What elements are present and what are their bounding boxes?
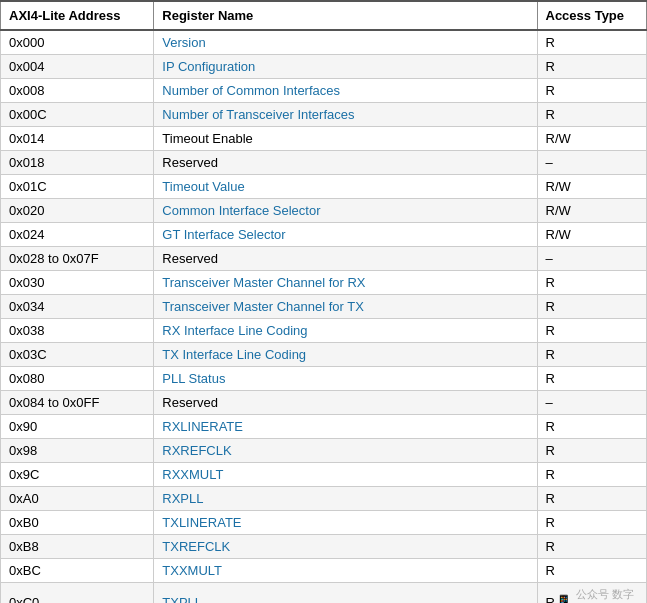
table-row: 0xB0TXLINERATER — [1, 511, 647, 535]
cell-address: 0x084 to 0x0FF — [1, 391, 154, 415]
cell-access: R — [537, 79, 647, 103]
cell-access: R📱公众号 数字站 — [537, 583, 647, 604]
table-row: 0x038RX Interface Line CodingR — [1, 319, 647, 343]
cell-register: Reserved — [154, 391, 537, 415]
cell-register[interactable]: TX Interface Line Coding — [154, 343, 537, 367]
table-row: 0x018Reserved– — [1, 151, 647, 175]
cell-access: – — [537, 391, 647, 415]
table-row: 0x024GT Interface SelectorR/W — [1, 223, 647, 247]
header-register: Register Name — [154, 1, 537, 30]
cell-register[interactable]: Transceiver Master Channel for TX — [154, 295, 537, 319]
cell-address: 0x01C — [1, 175, 154, 199]
cell-access: R/W — [537, 223, 647, 247]
cell-address: 0x020 — [1, 199, 154, 223]
cell-access: R — [537, 511, 647, 535]
cell-access: R — [537, 415, 647, 439]
cell-address: 0x038 — [1, 319, 154, 343]
table-row: 0x00CNumber of Transceiver InterfacesR — [1, 103, 647, 127]
cell-address: 0xA0 — [1, 487, 154, 511]
table-row: 0x9CRXXMULTR — [1, 463, 647, 487]
cell-register[interactable]: Common Interface Selector — [154, 199, 537, 223]
watermark: 📱公众号 数字站 — [555, 587, 638, 603]
cell-address: 0xB0 — [1, 511, 154, 535]
table-row: 0x98RXREFCLKR — [1, 439, 647, 463]
cell-access: R — [537, 487, 647, 511]
cell-access: – — [537, 151, 647, 175]
table-row: 0xBCTXXMULTR — [1, 559, 647, 583]
table-row: 0x000VersionR — [1, 30, 647, 55]
cell-address: 0x030 — [1, 271, 154, 295]
cell-register[interactable]: RXLINERATE — [154, 415, 537, 439]
cell-access: R/W — [537, 199, 647, 223]
cell-register: Reserved — [154, 151, 537, 175]
table-row: 0x014Timeout EnableR/W — [1, 127, 647, 151]
cell-access: R — [537, 295, 647, 319]
cell-address: 0xB8 — [1, 535, 154, 559]
cell-register[interactable]: Timeout Value — [154, 175, 537, 199]
cell-access: R/W — [537, 127, 647, 151]
cell-address: 0x018 — [1, 151, 154, 175]
table-row: 0x084 to 0x0FFReserved– — [1, 391, 647, 415]
cell-register[interactable]: Number of Common Interfaces — [154, 79, 537, 103]
cell-register[interactable]: RX Interface Line Coding — [154, 319, 537, 343]
cell-address: 0x90 — [1, 415, 154, 439]
cell-register[interactable]: TXLINERATE — [154, 511, 537, 535]
cell-address: 0x080 — [1, 367, 154, 391]
cell-register[interactable]: Transceiver Master Channel for RX — [154, 271, 537, 295]
table-row: 0xB8TXREFCLKR — [1, 535, 647, 559]
cell-access: R — [537, 103, 647, 127]
table-row: 0x030Transceiver Master Channel for RXR — [1, 271, 647, 295]
cell-address: 0x000 — [1, 30, 154, 55]
cell-address: 0x014 — [1, 127, 154, 151]
cell-address: 0x028 to 0x07F — [1, 247, 154, 271]
cell-register[interactable]: PLL Status — [154, 367, 537, 391]
table-row: 0xC0TXPLLR📱公众号 数字站 — [1, 583, 647, 604]
cell-register[interactable]: RXXMULT — [154, 463, 537, 487]
cell-access: R — [537, 439, 647, 463]
cell-register[interactable]: Number of Transceiver Interfaces — [154, 103, 537, 127]
cell-register[interactable]: RXPLL — [154, 487, 537, 511]
table-row: 0x028 to 0x07FReserved– — [1, 247, 647, 271]
cell-address: 0x008 — [1, 79, 154, 103]
header-access: Access Type — [537, 1, 647, 30]
cell-register: Timeout Enable — [154, 127, 537, 151]
cell-register[interactable]: TXPLL — [154, 583, 537, 604]
cell-access: R — [537, 535, 647, 559]
table-row: 0x03CTX Interface Line CodingR — [1, 343, 647, 367]
cell-access: R — [537, 367, 647, 391]
watermark-text: 公众号 数字站 — [576, 587, 638, 603]
cell-address: 0xC0 — [1, 583, 154, 604]
cell-address: 0x034 — [1, 295, 154, 319]
table-row: 0x90RXLINERATER — [1, 415, 647, 439]
cell-register[interactable]: RXREFCLK — [154, 439, 537, 463]
cell-address: 0x004 — [1, 55, 154, 79]
cell-access: R — [537, 271, 647, 295]
cell-register[interactable]: TXREFCLK — [154, 535, 537, 559]
cell-access: R — [537, 55, 647, 79]
cell-register[interactable]: GT Interface Selector — [154, 223, 537, 247]
cell-access: R — [537, 343, 647, 367]
cell-access: – — [537, 247, 647, 271]
header-address: AXI4-Lite Address — [1, 1, 154, 30]
table-row: 0x004IP ConfigurationR — [1, 55, 647, 79]
table-row: 0x008Number of Common InterfacesR — [1, 79, 647, 103]
cell-address: 0x03C — [1, 343, 154, 367]
cell-address: 0x00C — [1, 103, 154, 127]
table-row: 0x01CTimeout ValueR/W — [1, 175, 647, 199]
table-row: 0x020Common Interface SelectorR/W — [1, 199, 647, 223]
cell-address: 0x9C — [1, 463, 154, 487]
table-header: AXI4-Lite Address Register Name Access T… — [1, 1, 647, 30]
cell-access: R — [537, 559, 647, 583]
table-row: 0x080PLL StatusR — [1, 367, 647, 391]
cell-access: R — [537, 463, 647, 487]
watermark-icon: 📱 — [555, 593, 572, 603]
cell-register[interactable]: Version — [154, 30, 537, 55]
cell-address: 0xBC — [1, 559, 154, 583]
cell-register: Reserved — [154, 247, 537, 271]
table-row: 0x034Transceiver Master Channel for TXR — [1, 295, 647, 319]
cell-register[interactable]: IP Configuration — [154, 55, 537, 79]
table-row: 0xA0RXPLLR — [1, 487, 647, 511]
cell-access: R/W — [537, 175, 647, 199]
cell-address: 0x98 — [1, 439, 154, 463]
cell-register[interactable]: TXXMULT — [154, 559, 537, 583]
